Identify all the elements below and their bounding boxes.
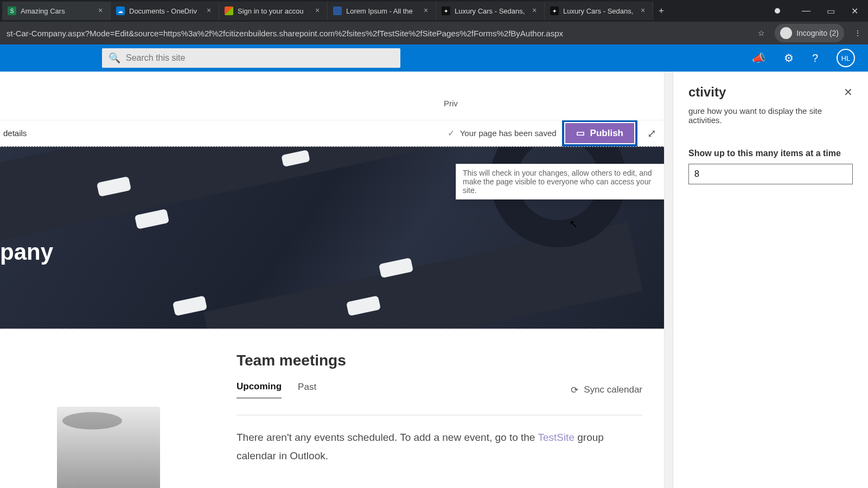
favicon-sharepoint-icon: S (8, 7, 16, 15)
close-window-button[interactable]: ✕ (851, 6, 858, 16)
items-count-input[interactable] (688, 164, 853, 184)
sharepoint-header: 🔍 📣 ⚙ ? HL (0, 44, 868, 72)
panel-close-button[interactable]: ✕ (844, 86, 853, 99)
sync-label: Sync calendar (584, 384, 642, 395)
publish-button[interactable]: ▭ Publish (565, 123, 634, 143)
search-box[interactable]: 🔍 (102, 48, 400, 68)
checkmark-icon: ✓ (448, 128, 455, 138)
megaphone-icon[interactable]: 📣 (752, 52, 765, 65)
action-bar: details ✓ Your page has been saved ▭ Pub… (0, 120, 664, 146)
address-bar[interactable]: st-Car-Company.aspx?Mode=Edit&source=htt… (7, 29, 751, 38)
side-image (0, 329, 217, 488)
mouse-cursor-icon: ↖ (569, 217, 578, 230)
events-empty-message: There aren't any events scheduled. To ad… (237, 428, 642, 465)
tab-past[interactable]: Past (298, 382, 316, 398)
search-input[interactable] (126, 53, 394, 63)
saved-message: Your page has been saved (460, 129, 557, 138)
events-webpart: Team meetings Upcoming Past ⟳ Sync calen… (217, 329, 664, 488)
events-heading: Team meetings (237, 352, 642, 369)
incognito-pill[interactable]: Incognito (2) (775, 24, 844, 42)
gear-icon[interactable]: ⚙ (784, 52, 794, 65)
sync-icon: ⟳ (571, 384, 578, 396)
tab-title: Lorem Ipsum - All the (346, 7, 417, 15)
tab-close-icon[interactable]: × (422, 7, 430, 15)
incognito-hat-icon (780, 27, 792, 39)
incognito-indicator-icon (775, 8, 780, 14)
minimize-button[interactable]: — (802, 6, 810, 16)
tab-item[interactable]: S Amazing Cars × (2, 2, 111, 20)
tab-close-icon[interactable]: × (96, 7, 105, 15)
page-details-link[interactable]: details (3, 129, 27, 138)
divider (237, 415, 642, 415)
tab-upcoming[interactable]: Upcoming (237, 381, 282, 399)
address-bar-row: st-Car-Company.aspx?Mode=Edit&source=htt… (0, 22, 868, 44)
publish-highlight: ▭ Publish (562, 120, 637, 146)
privacy-label: Priv (444, 99, 458, 108)
new-tab-button[interactable]: + (653, 5, 669, 16)
hero-title: pany (0, 239, 53, 265)
side-panel: ctivity ✕ gure how you want to display t… (673, 72, 868, 488)
tab-title: Luxury Cars - Sedans, (563, 7, 634, 15)
favicon-microsoft-icon (225, 7, 233, 15)
tab-item[interactable]: ✦ Luxury Cars - Sedans, × (436, 2, 545, 20)
publish-tooltip: This will check in your changes, allow o… (456, 164, 664, 200)
favicon-mercedes-icon: ✦ (442, 7, 450, 15)
search-icon: 🔍 (108, 52, 120, 64)
page-main: Priv This will check in your changes, al… (0, 72, 664, 488)
panel-title: ctivity (688, 85, 726, 100)
tab-close-icon[interactable]: × (205, 7, 213, 15)
publish-label: Publish (590, 128, 623, 139)
tab-close-icon[interactable]: × (530, 7, 539, 15)
avatar[interactable]: HL (837, 49, 855, 67)
tab-title: Amazing Cars (21, 7, 92, 15)
items-count-label: Show up to this many items at a time (688, 149, 853, 158)
maximize-button[interactable]: ▭ (827, 6, 835, 16)
help-icon[interactable]: ? (812, 52, 818, 65)
tab-title: Documents - OneDriv (129, 7, 200, 15)
tab-close-icon[interactable]: × (313, 7, 322, 15)
scrollbar[interactable] (664, 72, 673, 488)
browser-tabs: S Amazing Cars × ☁ Documents - OneDriv ×… (0, 0, 868, 22)
favicon-onedrive-icon: ☁ (116, 7, 125, 15)
incognito-label: Incognito (2) (796, 29, 839, 37)
publish-book-icon: ▭ (576, 127, 585, 139)
tab-item[interactable]: Sign in to your accou × (219, 2, 328, 20)
sync-calendar-button[interactable]: ⟳ Sync calendar (571, 384, 642, 396)
tab-item[interactable]: ☁ Documents - OneDriv × (111, 2, 219, 20)
expand-icon[interactable]: ⤢ (643, 127, 661, 140)
browser-chrome: S Amazing Cars × ☁ Documents - OneDriv ×… (0, 0, 868, 44)
tab-item[interactable]: Lorem Ipsum - All the × (328, 2, 436, 20)
chrome-menu-icon[interactable]: ⋮ (854, 29, 861, 37)
tab-close-icon[interactable]: × (639, 7, 647, 15)
favicon-mercedes-icon: ✦ (550, 7, 559, 15)
tab-title: Luxury Cars - Sedans, (455, 7, 526, 15)
tab-item[interactable]: ✦ Luxury Cars - Sedans, × (545, 2, 653, 20)
empty-prefix: There aren't any events scheduled. To ad… (237, 432, 538, 443)
tab-title: Sign in to your accou (238, 7, 309, 15)
bookmark-star-icon[interactable]: ☆ (758, 29, 765, 37)
favicon-word-icon (333, 7, 342, 15)
panel-description: gure how you want to display the site ac… (688, 106, 853, 125)
testsite-link[interactable]: TestSite (538, 432, 575, 443)
